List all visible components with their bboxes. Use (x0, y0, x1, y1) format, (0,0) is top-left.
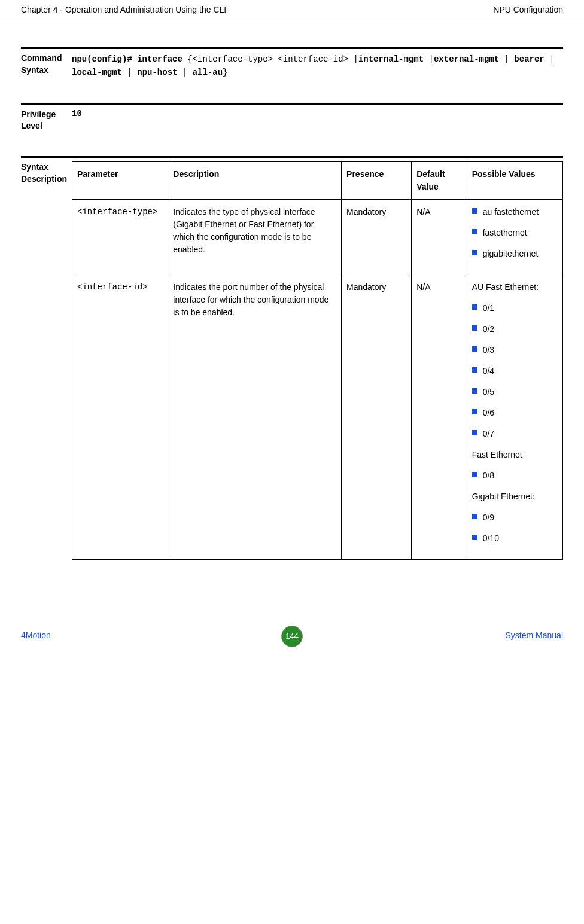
cmd-part: internal-mgmt (358, 54, 424, 64)
syntax-description-body: Parameter Description Presence Default V… (72, 161, 563, 560)
group-label: Fast Ethernet (472, 449, 558, 461)
table-row: <interface-type> Indicates the type of p… (72, 199, 563, 275)
footer-left: 4Motion (21, 630, 51, 640)
cell-default: N/A (412, 199, 467, 275)
list-item: fastethernet (472, 227, 558, 239)
cmd-part: {<interface-type> <interface-id> | (187, 54, 358, 64)
page-header: Chapter 4 - Operation and Administration… (0, 0, 584, 17)
cmd-part: external-mgmt (434, 54, 499, 64)
cmd-part: all-au (193, 68, 223, 77)
col-parameter: Parameter (72, 161, 168, 199)
col-description: Description (168, 161, 342, 199)
value-list: 0/1 0/2 0/3 0/4 0/5 0/6 0/7 (472, 302, 558, 440)
list-item: 0/9 (472, 511, 558, 524)
privilege-row: Privilege Level 10 (21, 109, 563, 132)
list-item: 0/8 (472, 469, 558, 482)
cmd-part: | (177, 68, 192, 77)
syntax-description-row: Syntax Description Parameter Description… (21, 161, 563, 560)
group-label: Gigabit Ethernet: (472, 490, 558, 503)
cell-description: Indicates the port number of the physica… (168, 275, 342, 559)
divider (21, 47, 563, 49)
value-list: 0/9 0/10 (472, 511, 558, 545)
divider (21, 156, 563, 158)
page-number-badge: 144 (281, 626, 303, 647)
cell-presence: Mandatory (342, 199, 412, 275)
main-content: Command Syntax npu(config)# interface {<… (0, 17, 584, 560)
cell-possible: au fastethernet fastethernet gigabitethe… (467, 199, 562, 275)
cell-parameter: <interface-id> (72, 275, 168, 559)
cmd-part: } (223, 68, 227, 77)
cell-default: N/A (412, 275, 467, 559)
syntax-table: Parameter Description Presence Default V… (72, 161, 563, 560)
list-item: 0/4 (472, 365, 558, 377)
list-item: 0/3 (472, 344, 558, 356)
cmd-part: | (499, 54, 514, 64)
privilege-label: Privilege Level (21, 109, 72, 132)
list-item: gigabitethernet (472, 248, 558, 260)
cell-presence: Mandatory (342, 275, 412, 559)
cmd-part: npu-host (137, 68, 177, 77)
group-label: AU Fast Ethernet: (472, 281, 558, 294)
command-syntax-body: npu(config)# interface {<interface-type>… (72, 53, 563, 80)
header-left: Chapter 4 - Operation and Administration… (21, 5, 226, 14)
cell-parameter: <interface-type> (72, 199, 168, 275)
list-item: 0/1 (472, 302, 558, 315)
list-item: au fastethernet (472, 206, 558, 218)
privilege-value: 10 (72, 109, 563, 132)
cell-description: Indicates the type of physical interface… (168, 199, 342, 275)
command-syntax-row: Command Syntax npu(config)# interface {<… (21, 53, 563, 80)
table-row: <interface-id> Indicates the port number… (72, 275, 563, 559)
syntax-description-label: Syntax Description (21, 161, 72, 560)
list-item: 0/2 (472, 323, 558, 336)
value-list: au fastethernet fastethernet gigabitethe… (472, 206, 558, 260)
cmd-part: | (424, 54, 434, 64)
cmd-part: npu(config)# interface (72, 54, 187, 64)
cmd-part: local-mgmt (72, 68, 122, 77)
col-possible: Possible Values (467, 161, 562, 199)
divider (21, 103, 563, 105)
list-item: 0/6 (472, 407, 558, 419)
cmd-part: bearer (514, 54, 544, 64)
cell-possible: AU Fast Ethernet: 0/1 0/2 0/3 0/4 0/5 0/… (467, 275, 562, 559)
footer-right: System Manual (506, 630, 563, 640)
col-presence: Presence (342, 161, 412, 199)
list-item: 0/5 (472, 386, 558, 398)
table-header-row: Parameter Description Presence Default V… (72, 161, 563, 199)
page-footer: 4Motion 144 System Manual (0, 626, 584, 661)
header-right: NPU Configuration (493, 5, 563, 14)
col-default: Default Value (412, 161, 467, 199)
command-syntax-label: Command Syntax (21, 53, 72, 80)
cmd-part: | (545, 54, 555, 64)
list-item: 0/10 (472, 532, 558, 545)
cmd-part: | (122, 68, 137, 77)
value-list: 0/8 (472, 469, 558, 482)
list-item: 0/7 (472, 428, 558, 440)
